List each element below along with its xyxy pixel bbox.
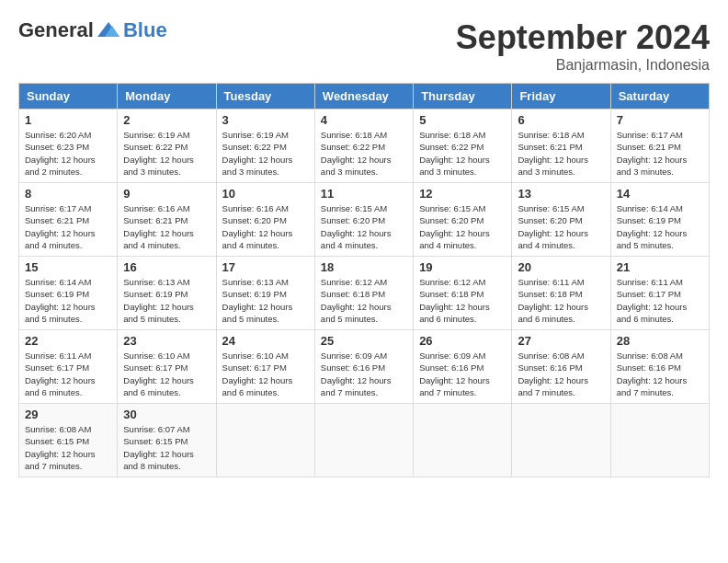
day-info: Sunrise: 6:08 AM Sunset: 6:16 PM Dayligh… <box>617 350 703 398</box>
calendar-day-cell: 21Sunrise: 6:11 AM Sunset: 6:17 PM Dayli… <box>610 257 709 330</box>
day-info: Sunrise: 6:19 AM Sunset: 6:22 PM Dayligh… <box>222 129 309 178</box>
day-info: Sunrise: 6:11 AM Sunset: 6:18 PM Dayligh… <box>518 276 604 325</box>
calendar-day-cell: 28Sunrise: 6:08 AM Sunset: 6:16 PM Dayli… <box>610 330 709 404</box>
day-number: 26 <box>419 334 506 348</box>
calendar-day-cell: 22Sunrise: 6:11 AM Sunset: 6:17 PM Dayli… <box>19 330 118 404</box>
day-number: 9 <box>123 187 210 201</box>
day-info: Sunrise: 6:15 AM Sunset: 6:20 PM Dayligh… <box>321 202 407 251</box>
day-number: 2 <box>123 113 210 127</box>
calendar-week-row: 15Sunrise: 6:14 AM Sunset: 6:19 PM Dayli… <box>19 257 710 330</box>
day-number: 17 <box>222 260 309 274</box>
calendar-day-cell: 15Sunrise: 6:14 AM Sunset: 6:19 PM Dayli… <box>19 257 118 330</box>
day-info: Sunrise: 6:11 AM Sunset: 6:17 PM Dayligh… <box>25 350 111 398</box>
calendar-day-cell: 7Sunrise: 6:17 AM Sunset: 6:21 PM Daylig… <box>610 109 709 183</box>
calendar-day-cell: 20Sunrise: 6:11 AM Sunset: 6:18 PM Dayli… <box>512 257 610 330</box>
calendar-day-cell: 26Sunrise: 6:09 AM Sunset: 6:16 PM Dayli… <box>414 330 512 404</box>
calendar-day-cell: 5Sunrise: 6:18 AM Sunset: 6:22 PM Daylig… <box>414 109 512 183</box>
day-info: Sunrise: 6:16 AM Sunset: 6:21 PM Dayligh… <box>123 202 210 251</box>
day-number: 5 <box>419 113 506 127</box>
day-info: Sunrise: 6:17 AM Sunset: 6:21 PM Dayligh… <box>617 129 703 178</box>
calendar-day-cell: 4Sunrise: 6:18 AM Sunset: 6:22 PM Daylig… <box>314 109 413 183</box>
logo-icon <box>96 20 121 40</box>
calendar-day-cell: 19Sunrise: 6:12 AM Sunset: 6:18 PM Dayli… <box>414 257 512 330</box>
calendar-day-cell: 6Sunrise: 6:18 AM Sunset: 6:21 PM Daylig… <box>512 109 610 183</box>
col-saturday: Saturday <box>610 84 709 109</box>
empty-cell <box>216 404 314 477</box>
calendar-day-cell: 14Sunrise: 6:14 AM Sunset: 6:19 PM Dayli… <box>610 183 709 257</box>
logo-blue-text: Blue <box>123 18 167 42</box>
day-info: Sunrise: 6:10 AM Sunset: 6:17 PM Dayligh… <box>222 350 309 398</box>
day-number: 8 <box>25 187 111 201</box>
month-title: September 2024 <box>456 18 710 57</box>
day-number: 16 <box>123 260 210 274</box>
calendar-day-cell: 24Sunrise: 6:10 AM Sunset: 6:17 PM Dayli… <box>216 330 314 404</box>
day-info: Sunrise: 6:11 AM Sunset: 6:17 PM Dayligh… <box>617 276 703 325</box>
day-number: 19 <box>419 260 506 274</box>
calendar-day-cell: 2Sunrise: 6:19 AM Sunset: 6:22 PM Daylig… <box>118 109 216 183</box>
col-wednesday: Wednesday <box>314 84 413 109</box>
day-info: Sunrise: 6:18 AM Sunset: 6:22 PM Dayligh… <box>419 129 506 178</box>
day-number: 21 <box>617 260 703 274</box>
calendar-day-cell: 12Sunrise: 6:15 AM Sunset: 6:20 PM Dayli… <box>414 183 512 257</box>
day-number: 25 <box>321 334 407 348</box>
empty-cell <box>610 404 709 477</box>
logo-general-text: General <box>18 18 94 42</box>
day-number: 15 <box>25 260 111 274</box>
day-info: Sunrise: 6:14 AM Sunset: 6:19 PM Dayligh… <box>25 276 111 325</box>
day-number: 11 <box>321 187 407 201</box>
day-number: 29 <box>25 408 111 421</box>
logo: General Blue <box>18 18 167 42</box>
day-info: Sunrise: 6:17 AM Sunset: 6:21 PM Dayligh… <box>25 202 111 251</box>
calendar-day-cell: 9Sunrise: 6:16 AM Sunset: 6:21 PM Daylig… <box>118 183 216 257</box>
day-info: Sunrise: 6:09 AM Sunset: 6:16 PM Dayligh… <box>419 350 506 398</box>
day-number: 30 <box>123 408 210 421</box>
day-number: 13 <box>518 187 604 201</box>
day-info: Sunrise: 6:07 AM Sunset: 6:15 PM Dayligh… <box>123 423 210 472</box>
calendar-day-cell: 29Sunrise: 6:08 AM Sunset: 6:15 PM Dayli… <box>19 404 118 477</box>
day-number: 22 <box>25 334 111 348</box>
day-info: Sunrise: 6:20 AM Sunset: 6:23 PM Dayligh… <box>25 129 111 178</box>
day-number: 23 <box>123 334 210 348</box>
calendar-day-cell: 30Sunrise: 6:07 AM Sunset: 6:15 PM Dayli… <box>118 404 216 477</box>
calendar-day-cell: 1Sunrise: 6:20 AM Sunset: 6:23 PM Daylig… <box>19 109 118 183</box>
day-info: Sunrise: 6:18 AM Sunset: 6:21 PM Dayligh… <box>518 129 604 178</box>
day-number: 10 <box>222 187 309 201</box>
calendar-day-cell: 13Sunrise: 6:15 AM Sunset: 6:20 PM Dayli… <box>512 183 610 257</box>
day-info: Sunrise: 6:13 AM Sunset: 6:19 PM Dayligh… <box>123 276 210 325</box>
calendar-day-cell: 18Sunrise: 6:12 AM Sunset: 6:18 PM Dayli… <box>314 257 413 330</box>
calendar-day-cell: 16Sunrise: 6:13 AM Sunset: 6:19 PM Dayli… <box>118 257 216 330</box>
calendar-header-row: Sunday Monday Tuesday Wednesday Thursday… <box>19 84 710 109</box>
day-number: 7 <box>617 113 703 127</box>
calendar-day-cell: 3Sunrise: 6:19 AM Sunset: 6:22 PM Daylig… <box>216 109 314 183</box>
col-friday: Friday <box>512 84 610 109</box>
day-number: 24 <box>222 334 309 348</box>
calendar-day-cell: 23Sunrise: 6:10 AM Sunset: 6:17 PM Dayli… <box>118 330 216 404</box>
calendar-day-cell: 25Sunrise: 6:09 AM Sunset: 6:16 PM Dayli… <box>314 330 413 404</box>
day-info: Sunrise: 6:12 AM Sunset: 6:18 PM Dayligh… <box>419 276 506 325</box>
calendar-day-cell: 11Sunrise: 6:15 AM Sunset: 6:20 PM Dayli… <box>314 183 413 257</box>
calendar-week-row: 8Sunrise: 6:17 AM Sunset: 6:21 PM Daylig… <box>19 183 710 257</box>
calendar-week-row: 29Sunrise: 6:08 AM Sunset: 6:15 PM Dayli… <box>19 404 710 477</box>
day-info: Sunrise: 6:18 AM Sunset: 6:22 PM Dayligh… <box>321 129 407 178</box>
day-number: 14 <box>617 187 703 201</box>
day-number: 18 <box>321 260 407 274</box>
calendar-table: Sunday Monday Tuesday Wednesday Thursday… <box>18 83 710 477</box>
day-info: Sunrise: 6:14 AM Sunset: 6:19 PM Dayligh… <box>617 202 703 251</box>
col-monday: Monday <box>118 84 216 109</box>
calendar-day-cell: 27Sunrise: 6:08 AM Sunset: 6:16 PM Dayli… <box>512 330 610 404</box>
day-number: 4 <box>321 113 407 127</box>
calendar-week-row: 22Sunrise: 6:11 AM Sunset: 6:17 PM Dayli… <box>19 330 710 404</box>
calendar-day-cell: 17Sunrise: 6:13 AM Sunset: 6:19 PM Dayli… <box>216 257 314 330</box>
day-info: Sunrise: 6:12 AM Sunset: 6:18 PM Dayligh… <box>321 276 407 325</box>
day-number: 12 <box>419 187 506 201</box>
location-subtitle: Banjarmasin, Indonesia <box>456 57 710 74</box>
empty-cell <box>512 404 610 477</box>
calendar-week-row: 1Sunrise: 6:20 AM Sunset: 6:23 PM Daylig… <box>19 109 710 183</box>
col-thursday: Thursday <box>414 84 512 109</box>
day-info: Sunrise: 6:15 AM Sunset: 6:20 PM Dayligh… <box>419 202 506 251</box>
day-info: Sunrise: 6:19 AM Sunset: 6:22 PM Dayligh… <box>123 129 210 178</box>
day-info: Sunrise: 6:10 AM Sunset: 6:17 PM Dayligh… <box>123 350 210 398</box>
empty-cell <box>314 404 413 477</box>
day-number: 6 <box>518 113 604 127</box>
day-number: 28 <box>617 334 703 348</box>
